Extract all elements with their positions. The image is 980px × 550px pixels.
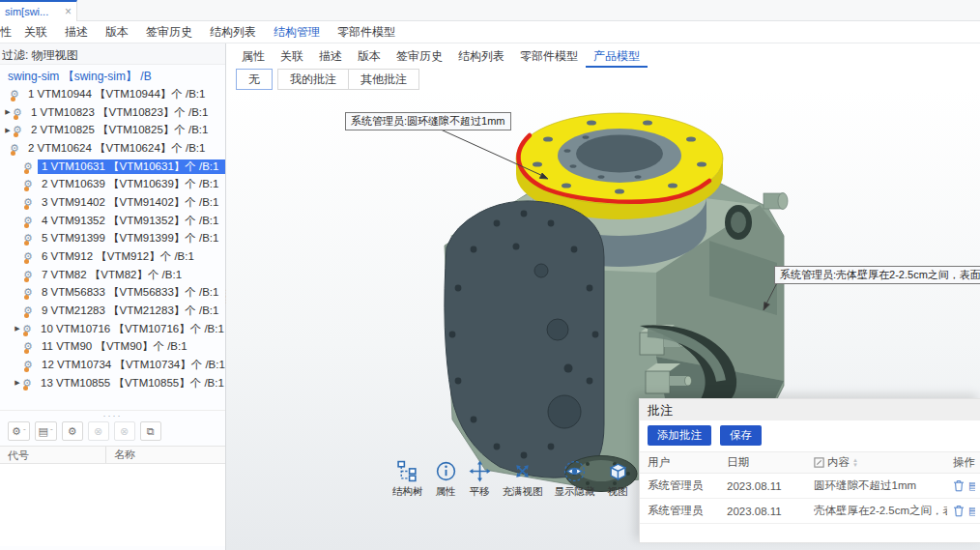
comment-content: 壳体壁厚在2-2.5cm之间，表面光滑无磨痕	[814, 504, 947, 518]
document-tab-title: sim[swi...	[5, 6, 48, 17]
view-config-button[interactable]: ▤ˇ	[35, 421, 57, 441]
tree-item[interactable]: ⚙2 VTM10639 【VTM10639】个 /B:1	[0, 175, 225, 193]
tree-item[interactable]: ⚙1 VTM10944 【VTM10944】个 /B:1	[0, 85, 225, 103]
tab-review-history[interactable]: 签审历史	[389, 44, 450, 68]
tree-item-selected[interactable]: ⚙1 VTM10631 【VTM10631】个 /B:1	[0, 158, 225, 176]
copy-button[interactable]: ⧉	[140, 421, 161, 441]
tree-item-label: 2 VTM10624 【VTM10624】个 /B:1	[24, 141, 225, 156]
delete-icon[interactable]	[953, 505, 965, 517]
result-grid-header: 代号 名称	[0, 446, 225, 464]
3d-viewport[interactable]: 系统管理员:圆环缝隙不超过1mm 系统管理员:壳体壁厚在2-2.5cm之间，表面…	[226, 91, 980, 550]
tree-item[interactable]: ⚙12 VTM10734 【VTM10734】个 /B:1	[0, 356, 225, 374]
tab-part-model[interactable]: 零部件模型	[512, 44, 586, 68]
column-name[interactable]: 名称	[106, 448, 135, 462]
tab-version[interactable]: 版本	[350, 44, 389, 68]
tree-item[interactable]: ▶⚙2 VTM10825 【VTM10825】个 /B:1	[0, 121, 225, 139]
nav-item-description[interactable]: 描述	[56, 24, 97, 41]
expand-arrow-icon[interactable]: ▶	[13, 379, 22, 387]
part-icon: ⚙	[22, 377, 37, 390]
nav-item-review-history[interactable]: 签审历史	[137, 24, 201, 41]
app-window: sim[swi... × 属性 关联 描述 版本 签审历史 结构列表 结构管理 …	[0, 0, 980, 550]
comment-row[interactable]: 系统管理员 2023.08.11 壳体壁厚在2-2.5cm之间，表面光滑无磨痕 …	[640, 499, 980, 524]
expand-arrow-icon[interactable]: ▶	[13, 325, 22, 333]
part-icon: ⚙	[23, 215, 38, 227]
tab-relations[interactable]: 关联	[273, 44, 311, 68]
tree-item[interactable]: ⚙11 VTM90 【VTM90】个 /B:1	[0, 338, 225, 357]
document-tab[interactable]: sim[swi... ×	[0, 0, 77, 21]
extra-op-icon[interactable]: ▤	[968, 505, 975, 517]
tree-item[interactable]: ⚙3 VTM91402 【VTM91402】个 /B:1	[0, 193, 225, 212]
filter-other-comments-button[interactable]: 其他批注	[348, 69, 419, 90]
extra-op-icon[interactable]: ▤	[968, 479, 975, 492]
detail-panel: 属性 关联 描述 版本 签审历史 结构列表 零部件模型 产品模型 无 我的批注 …	[226, 43, 980, 550]
nav-item-version[interactable]: 版本	[97, 24, 137, 41]
remove-button[interactable]: ⊗	[88, 421, 109, 441]
part-icon: ⚙	[23, 196, 38, 209]
tree-item[interactable]: ⚙6 VTM912 【VTM912】个 /B:1	[0, 247, 225, 266]
tree-item[interactable]: ⚙5 VTM91399 【VTM91399】个 /B:1	[0, 230, 225, 248]
view-tool[interactable]: 视图	[601, 460, 635, 499]
sort-icons[interactable]: ▲▼	[852, 458, 858, 467]
tree-item[interactable]: ⚙9 VTM21283 【VTM21283】个 /B:1	[0, 302, 225, 320]
tab-product-model[interactable]: 产品模型	[586, 44, 648, 68]
fit-view-tool[interactable]: 充满视图	[497, 460, 549, 499]
tree-item[interactable]: ⚙8 VTM56833 【VTM56833】个 /B:1	[0, 284, 225, 303]
tree-item-label: 1 VTM10823 【VTM10823】个 /B:1	[27, 105, 225, 120]
cube-icon	[607, 460, 629, 482]
annotation-label-shell[interactable]: 系统管理员:壳体壁厚在2-2.5cm之间，表面光滑无磨痕	[774, 266, 980, 284]
tab-properties[interactable]: 属性	[234, 44, 273, 68]
column-content[interactable]: 内容 ▲▼	[814, 455, 947, 470]
add-comment-button[interactable]: 添加批注	[648, 425, 711, 446]
comment-content: 圆环缝隙不超过1mm	[814, 478, 916, 493]
nav-item-structure-list[interactable]: 结构列表	[201, 24, 265, 41]
expand-arrow-icon[interactable]: ▶	[3, 127, 13, 134]
properties-tool[interactable]: 属性	[429, 460, 463, 499]
tree-item-label: 12 VTM10734 【VTM10734】个 /B:1	[38, 358, 225, 372]
part-icon: ⚙	[23, 160, 38, 173]
tab-structure-list[interactable]: 结构列表	[450, 44, 512, 68]
main-nav: 属性 关联 描述 版本 签审历史 结构列表 结构管理 零部件模型	[0, 21, 980, 43]
structure-tree-icon	[396, 460, 418, 482]
tree-item[interactable]: ▶⚙13 VTM10855 【VTM10855】个 /B:1	[0, 374, 225, 392]
nav-item-part-model[interactable]: 零部件模型	[329, 24, 404, 41]
annotation-label-ring[interactable]: 系统管理员:圆环缝隙不超过1mm	[345, 112, 511, 130]
comment-row[interactable]: 系统管理员 2023.08.11 圆环缝隙不超过1mm ▤	[640, 474, 980, 499]
result-grid-body	[0, 464, 225, 546]
caret-down-icon: ˇ	[23, 427, 26, 436]
tree-item-label: 2 VTM10825 【VTM10825】个 /B:1	[27, 123, 225, 137]
pan-tool[interactable]: 平移	[463, 460, 497, 499]
compare-button[interactable]: ⚙	[62, 421, 83, 441]
tree-item-label: 11 VTM90 【VTM90】个 /B:1	[38, 339, 225, 354]
part-icon: ⚙	[23, 232, 38, 245]
nav-item-properties[interactable]: 属性	[0, 24, 15, 41]
comment-user: 系统管理员	[640, 504, 725, 518]
nav-item-structure-manage[interactable]: 结构管理	[265, 24, 329, 41]
tree-item[interactable]: ⚙7 VTM82 【VTM82】个 /B:1	[0, 266, 225, 284]
remove-all-button[interactable]: ⊗	[114, 421, 135, 441]
filter-none-button[interactable]: 无	[236, 69, 273, 90]
tree-item-label: 8 VTM56833 【VTM56833】个 /B:1	[38, 285, 225, 300]
column-code[interactable]: 代号	[0, 447, 106, 463]
nav-item-relations[interactable]: 关联	[15, 24, 56, 41]
structure-tree-tool[interactable]: 结构树	[387, 460, 429, 499]
tree-item[interactable]: ⚙2 VTM10624 【VTM10624】个 /B:1	[0, 139, 225, 158]
info-icon	[435, 460, 457, 482]
close-icon[interactable]: ×	[65, 6, 72, 17]
tree-item[interactable]: ▶⚙10 VTM10716 【VTM10716】个 /B:1	[0, 320, 225, 338]
show-hide-tool[interactable]: 显示隐藏	[549, 460, 601, 499]
structure-tree: ⚙1 VTM10944 【VTM10944】个 /B:1 ▶⚙1 VTM1082…	[0, 85, 225, 392]
comments-table-header: 用户 日期 内容 ▲▼ 操作	[640, 451, 980, 474]
splitter-handle-horizontal[interactable]: ····	[0, 413, 225, 420]
delete-icon[interactable]	[953, 479, 965, 492]
expand-arrow-icon[interactable]: ▶	[3, 108, 13, 116]
settings-gear-button[interactable]: ⚙ˇ	[8, 421, 30, 441]
tree-item[interactable]: ⚙4 VTM91352 【VTM91352】个 /B:1	[0, 212, 225, 230]
filter-my-comments-button[interactable]: 我的批注	[277, 69, 349, 90]
tree-root-node[interactable]: swing-sim 【swing-sim】 /B	[0, 65, 225, 85]
tree-item[interactable]: ▶⚙1 VTM10823 【VTM10823】个 /B:1	[0, 103, 225, 122]
tab-description[interactable]: 描述	[311, 44, 350, 68]
detail-tabs: 属性 关联 描述 版本 签审历史 结构列表 零部件模型 产品模型	[226, 43, 980, 68]
tree-item-label: 13 VTM10855 【VTM10855】个 /B:1	[37, 376, 225, 391]
save-comment-button[interactable]: 保存	[720, 425, 762, 446]
column-user: 用户	[640, 455, 725, 470]
